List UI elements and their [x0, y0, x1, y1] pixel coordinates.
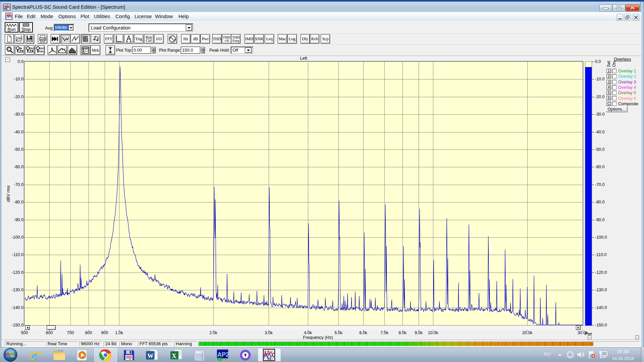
svg-text:AP2: AP2 — [217, 351, 229, 358]
svg-text:SC: SC — [4, 7, 8, 10]
svg-text:X: X — [172, 352, 176, 359]
svg-text:2X: 2X — [19, 49, 24, 53]
svg-text:FULL: FULL — [39, 50, 45, 53]
svg-text:W: W — [147, 352, 154, 359]
svg-text:2X: 2X — [29, 49, 34, 53]
svg-text:SC: SC — [267, 356, 272, 361]
svg-text:64: 64 — [129, 358, 131, 360]
svg-text:OUT: OUT — [40, 47, 45, 50]
